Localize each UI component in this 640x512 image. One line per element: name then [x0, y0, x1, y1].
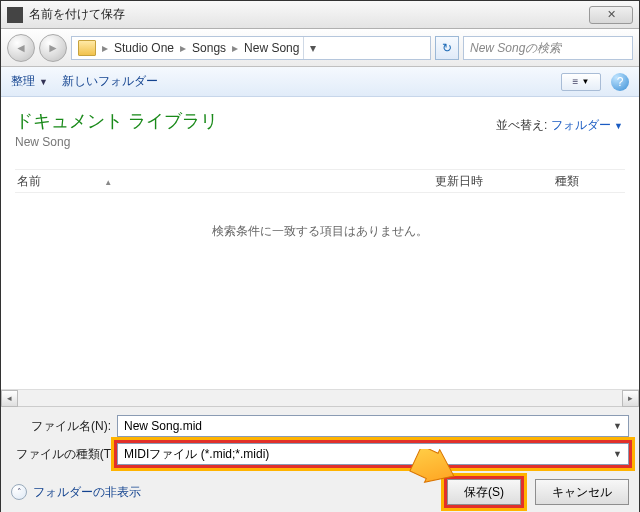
window-title: 名前を付けて保存 [29, 6, 589, 23]
save-button[interactable]: 保存(S) [447, 479, 521, 505]
app-icon [7, 7, 23, 23]
new-folder-button[interactable]: 新しいフォルダー [62, 73, 158, 90]
search-input[interactable]: New Songの検索 [463, 36, 633, 60]
filename-label: ファイル名(N): [11, 418, 111, 435]
column-headers[interactable]: 名前 ▲ 更新日時 種類 [15, 169, 625, 193]
toolbar: 整理 ▼ 新しいフォルダー ≡ ▼ ? [1, 67, 639, 97]
column-type[interactable]: 種類 [555, 173, 625, 190]
filename-value: New Song.mid [124, 416, 202, 436]
filetype-label: ファイルの種類(T [11, 446, 111, 463]
file-list-pane: ドキュメント ライブラリ New Song 並べ替え: フォルダー ▼ 名前 ▲… [1, 97, 639, 389]
breadcrumb-item[interactable]: Studio One [110, 41, 178, 55]
folder-icon [78, 40, 96, 56]
horizontal-scrollbar[interactable]: ◂ ▸ [1, 389, 639, 406]
chevron-down-icon: ▼ [614, 121, 623, 131]
cancel-button[interactable]: キャンセル [535, 479, 629, 505]
breadcrumb-item[interactable]: Songs [188, 41, 230, 55]
column-date[interactable]: 更新日時 [435, 173, 555, 190]
scroll-left-button[interactable]: ◂ [1, 390, 18, 407]
titlebar: 名前を付けて保存 ✕ [1, 1, 639, 29]
back-button[interactable]: ◄ [7, 34, 35, 62]
empty-message: 検索条件に一致する項目はありません。 [15, 223, 625, 240]
organize-label: 整理 [11, 73, 35, 90]
list-icon: ≡ [573, 76, 579, 87]
column-name[interactable]: 名前 ▲ [15, 173, 435, 190]
sort-indicator-icon: ▲ [104, 178, 112, 187]
forward-button[interactable]: ► [39, 34, 67, 62]
organize-menu[interactable]: 整理 ▼ [11, 73, 48, 90]
hide-folders-toggle[interactable]: ˄ フォルダーの非表示 [11, 484, 141, 501]
sort-control[interactable]: 並べ替え: フォルダー ▼ [496, 117, 623, 134]
chevron-right-icon: ▸ [100, 41, 110, 55]
chevron-down-icon: ▼ [581, 77, 589, 86]
save-dialog: 名前を付けて保存 ✕ ◄ ► ▸ Studio One ▸ Songs ▸ Ne… [0, 0, 640, 512]
filetype-select[interactable]: MIDIファイル (*.mid;*.midi) ▼ [117, 443, 629, 465]
chevron-up-icon: ˄ [11, 484, 27, 500]
breadcrumb-item[interactable]: New Song [240, 41, 303, 55]
content-area: ドキュメント ライブラリ New Song 並べ替え: フォルダー ▼ 名前 ▲… [1, 97, 639, 389]
view-options-button[interactable]: ≡ ▼ [561, 73, 601, 91]
filename-input[interactable]: New Song.mid ▼ [117, 415, 629, 437]
scroll-right-button[interactable]: ▸ [622, 390, 639, 407]
filetype-value: MIDIファイル (*.mid;*.midi) [124, 444, 269, 464]
chevron-right-icon: ▸ [230, 41, 240, 55]
navbar: ◄ ► ▸ Studio One ▸ Songs ▸ New Song ▾ ↻ … [1, 29, 639, 67]
breadcrumb-dropdown[interactable]: ▾ [303, 37, 321, 59]
close-button[interactable]: ✕ [589, 6, 633, 24]
library-subheading: New Song [15, 135, 625, 149]
hide-folders-label: フォルダーの非表示 [33, 484, 141, 501]
chevron-down-icon[interactable]: ▼ [613, 416, 622, 436]
refresh-button[interactable]: ↻ [435, 36, 459, 60]
chevron-right-icon: ▸ [178, 41, 188, 55]
chevron-down-icon[interactable]: ▼ [613, 444, 622, 464]
chevron-down-icon: ▼ [39, 77, 48, 87]
help-icon[interactable]: ? [611, 73, 629, 91]
sort-value[interactable]: フォルダー [551, 118, 611, 132]
bottom-panel: ファイル名(N): New Song.mid ▼ ファイルの種類(T MIDIフ… [1, 406, 639, 512]
new-folder-label: 新しいフォルダー [62, 73, 158, 90]
sort-label: 並べ替え: [496, 118, 547, 132]
breadcrumb[interactable]: ▸ Studio One ▸ Songs ▸ New Song ▾ [71, 36, 431, 60]
